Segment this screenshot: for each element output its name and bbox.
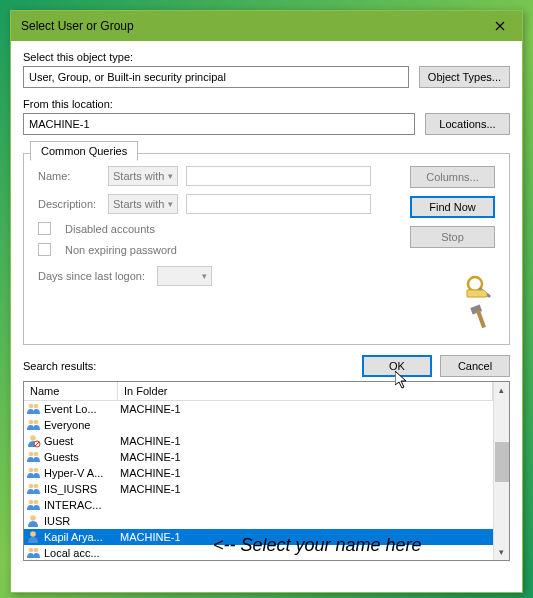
svg-point-14 [34, 484, 39, 489]
dialog-content: Select this object type: Object Types...… [11, 41, 522, 592]
common-queries-group: Common Queries Name: Starts with Descrip… [23, 153, 510, 345]
row-name: IUSR [44, 515, 120, 527]
group-icon [26, 418, 42, 432]
table-row[interactable]: IUSR [24, 513, 493, 529]
row-folder: MACHINE-1 [120, 483, 181, 495]
user-icon [26, 530, 42, 544]
table-row[interactable]: IIS_IUSRSMACHINE-1 [24, 481, 493, 497]
name-match-combo: Starts with [108, 166, 178, 186]
name-label: Name: [38, 170, 100, 182]
annotation-text: <-- Select your name here [213, 535, 513, 556]
table-row[interactable]: GuestsMACHINE-1 [24, 449, 493, 465]
scrollbar[interactable]: ▴ ▾ [493, 382, 509, 560]
group-icon [26, 482, 42, 496]
results-body[interactable]: Name In Folder Event Lo...MACHINE-1Every… [24, 382, 493, 560]
cursor-icon [395, 371, 411, 391]
row-name: Kapil Arya... [44, 531, 120, 543]
row-folder: MACHINE-1 [120, 435, 181, 447]
row-name: INTERAC... [44, 499, 120, 511]
svg-point-5 [29, 420, 34, 425]
results-list: Name In Folder Event Lo...MACHINE-1Every… [23, 381, 510, 561]
object-type-input[interactable] [23, 66, 409, 88]
svg-point-3 [29, 404, 34, 409]
svg-point-4 [34, 404, 39, 409]
group-icon [26, 402, 42, 416]
group-icon [26, 466, 42, 480]
svg-point-20 [34, 548, 39, 553]
locations-button[interactable]: Locations... [425, 113, 510, 135]
desc-input [186, 194, 371, 214]
row-folder: MACHINE-1 [120, 451, 181, 463]
dialog-window: Select User or Group Select this object … [10, 10, 523, 593]
table-row[interactable]: GuestMACHINE-1 [24, 433, 493, 449]
close-button[interactable] [480, 14, 520, 38]
scroll-up-button[interactable]: ▴ [494, 382, 509, 398]
row-name: Local acc... [44, 547, 120, 559]
group-icon [26, 450, 42, 464]
object-type-label: Select this object type: [23, 51, 510, 63]
search-folder-icon [465, 274, 495, 298]
cancel-button[interactable]: Cancel [440, 355, 510, 377]
columns-button[interactable]: Columns... [410, 166, 495, 188]
svg-point-9 [29, 452, 34, 457]
description-label: Description: [38, 198, 100, 210]
group-icon [26, 498, 42, 512]
col-name[interactable]: Name [24, 382, 118, 400]
days-label: Days since last logon: [38, 270, 145, 282]
svg-point-11 [29, 468, 34, 473]
disabled-accounts-label: Disabled accounts [65, 223, 155, 235]
row-folder: MACHINE-1 [120, 403, 181, 415]
non-expiring-label: Non expiring password [65, 244, 177, 256]
close-icon [495, 21, 505, 31]
group-icon [26, 546, 42, 560]
results-header: Name In Folder [24, 382, 493, 401]
row-folder: MACHINE-1 [120, 531, 181, 543]
user-disabled-icon [26, 434, 42, 448]
svg-point-7 [30, 435, 36, 441]
object-types-button[interactable]: Object Types... [419, 66, 510, 88]
window-title: Select User or Group [21, 19, 480, 33]
row-name: IIS_IUSRS [44, 483, 120, 495]
row-folder: MACHINE-1 [120, 467, 181, 479]
find-now-button[interactable]: Find Now [410, 196, 495, 218]
row-name: Guest [44, 435, 120, 447]
svg-point-6 [34, 420, 39, 425]
titlebar[interactable]: Select User or Group [11, 11, 522, 41]
desc-match-combo: Starts with [108, 194, 178, 214]
location-input[interactable] [23, 113, 415, 135]
name-input [186, 166, 371, 186]
svg-point-16 [34, 500, 39, 505]
table-row[interactable]: Everyone [24, 417, 493, 433]
stop-button[interactable]: Stop [410, 226, 495, 248]
svg-point-15 [29, 500, 34, 505]
scroll-thumb[interactable] [495, 442, 509, 482]
user-icon [26, 514, 42, 528]
hammer-icon [469, 304, 495, 330]
svg-rect-2 [476, 310, 486, 328]
row-name: Hyper-V A... [44, 467, 120, 479]
side-buttons: Columns... Find Now Stop [420, 166, 495, 330]
col-folder[interactable]: In Folder [118, 382, 493, 400]
svg-point-19 [29, 548, 34, 553]
bottom-bar: Search results: OK Cancel [23, 355, 510, 377]
row-name: Guests [44, 451, 120, 463]
days-combo [157, 266, 212, 286]
disabled-accounts-checkbox [38, 222, 51, 235]
search-results-label: Search results: [23, 360, 354, 372]
non-expiring-checkbox [38, 243, 51, 256]
table-row[interactable]: INTERAC... [24, 497, 493, 513]
table-row[interactable]: Hyper-V A...MACHINE-1 [24, 465, 493, 481]
svg-point-17 [30, 515, 36, 521]
row-name: Everyone [44, 419, 120, 431]
svg-point-13 [29, 484, 34, 489]
svg-point-10 [34, 452, 39, 457]
svg-point-18 [30, 531, 36, 537]
row-name: Event Lo... [44, 403, 120, 415]
tab-common-queries[interactable]: Common Queries [30, 141, 138, 161]
table-row[interactable]: Event Lo...MACHINE-1 [24, 401, 493, 417]
location-label: From this location: [23, 98, 510, 110]
query-form: Name: Starts with Description: Starts wi… [38, 166, 408, 330]
svg-point-12 [34, 468, 39, 473]
